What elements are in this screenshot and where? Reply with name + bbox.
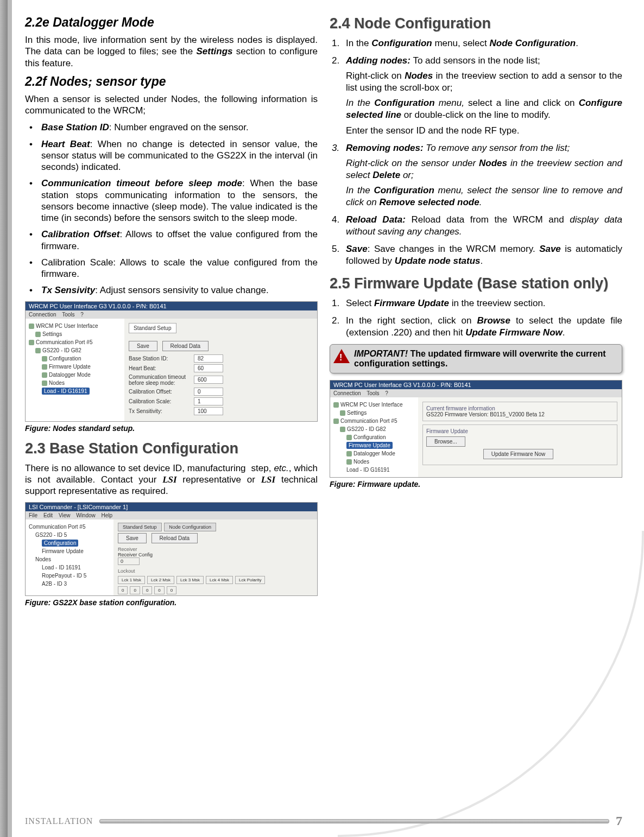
fig2-tree-gs[interactable]: GS220 - ID 5 (35, 531, 110, 539)
fig2-tree-port[interactable]: Communication Port #5 (29, 523, 110, 531)
fig3-tree-settings[interactable]: Settings (340, 409, 415, 417)
fig2-reload-button[interactable]: Reload Data (151, 533, 198, 543)
fig2-tree-a[interactable]: Load - ID 16191 (42, 563, 110, 572)
para-23: There is no allowance to set device ID, … (25, 462, 318, 497)
update-firmware-now-button[interactable]: Update Firmware Now (483, 449, 553, 459)
f1-value[interactable]: 82 (194, 354, 223, 363)
f1-label: Base Station ID: (129, 356, 194, 362)
heading-23: 2.3 Base Station Configuration (25, 440, 318, 457)
browse-button[interactable]: Browse... (426, 436, 465, 447)
fig3-tree-fw[interactable]: Firmware Update (346, 441, 415, 449)
fw-update-label: Firmware Update (426, 428, 614, 434)
fig3-tree-gs[interactable]: GS220 - ID G82 (340, 425, 415, 433)
tree-load-sel[interactable]: Load - ID G16191 (42, 387, 121, 395)
para-22e: In this mode, live information sent by t… (25, 34, 318, 69)
fig3-tree: WRCM PC User Interface Settings Communic… (330, 397, 418, 477)
fig3-tree-load[interactable]: Load - ID G16191 (346, 466, 415, 474)
reload-data-button[interactable]: Reload Data (162, 341, 209, 351)
fig1-menu-tools[interactable]: Tools (62, 312, 74, 318)
step-24-4: 4.Reload Data: Reload data from the WRCM… (330, 214, 622, 238)
f3-value[interactable]: 600 (194, 376, 223, 384)
lockout-label: Lockout (118, 568, 313, 574)
fig2-menu-edit[interactable]: Edit (43, 512, 53, 518)
fig3-panel: Current firmware information GS220 Firmw… (418, 397, 622, 477)
tree-gs[interactable]: GS220 - ID G82 (35, 346, 121, 354)
receiver-config-value[interactable]: 0 (118, 557, 140, 565)
tab-node-config[interactable]: Node Configuration (164, 523, 216, 531)
left-column: 2.2e Datalogger Mode In this mode, live … (25, 15, 318, 612)
heading-24: 2.4 Node Configuration (330, 15, 622, 32)
fig2-menu-view[interactable]: View (59, 512, 71, 518)
fig2-tree-c[interactable]: A2B - ID 3 (42, 580, 110, 588)
step-25-1: 1.Select Firmware Update in the treeview… (330, 297, 622, 309)
figure-gs22x-config: LSI Commander - [LSICommander 1] File Ed… (25, 502, 318, 596)
fig2-menu-file[interactable]: File (29, 512, 37, 518)
tree-fw[interactable]: Firmware Update (42, 363, 121, 371)
fig1-caption: Figure: Nodes standard setup. (25, 424, 318, 433)
lockout-headers: Lck 1 Msk Lck 2 Msk Lck 3 Msk Lck 4 Msk … (118, 576, 313, 584)
heading-22f: 2.2f Nodes; sensor type (25, 74, 318, 89)
current-fw-group: Current firmware information GS220 Firmw… (422, 402, 617, 421)
fig1-panel-header: Standard Setup (129, 323, 176, 333)
tree-cfg[interactable]: Configuration (42, 354, 121, 363)
fig1-menu-help[interactable]: ? (80, 312, 84, 318)
tree-port[interactable]: Communication Port #5 (29, 338, 121, 346)
bullet-base-station-id: Base Station ID: Number engraved on the … (25, 122, 318, 133)
fig3-menu-tools[interactable]: Tools (367, 390, 379, 396)
page-number: 7 (616, 814, 622, 828)
fig2-tree-nodes[interactable]: Nodes (35, 555, 110, 563)
step-24-3: 3.Removing nodes: To remove any sensor f… (330, 142, 622, 208)
tree-dl[interactable]: Datalogger Mode (42, 371, 121, 379)
f2-value[interactable]: 60 (194, 364, 223, 372)
f2-label: Heart Beat: (129, 365, 194, 371)
footer-rule (99, 819, 609, 823)
fig2-save-button[interactable]: Save (118, 533, 147, 543)
fig3-tree-cfg[interactable]: Configuration (346, 433, 415, 441)
fig2-menubar: File Edit View Window Help (26, 511, 317, 519)
fig2-tree-cfg[interactable]: Configuration (42, 539, 110, 547)
two-columns: 2.2e Datalogger Mode In this mode, live … (25, 15, 622, 612)
f4-value[interactable]: 0 (194, 388, 223, 396)
fig3-tree-dl[interactable]: Datalogger Mode (346, 449, 415, 458)
fig2-tree: Communication Port #5 GS220 - ID 5 Confi… (26, 519, 113, 595)
fig1-body: WRCM PC User Interface Settings Communic… (26, 319, 317, 421)
receiver-label: Receiver (118, 547, 313, 552)
page-footer: INSTALLATION 7 (25, 814, 622, 828)
para-22f-intro: When a sensor is selected under Nodes, t… (25, 93, 318, 117)
fig1-menu-connection[interactable]: Connection (29, 312, 56, 318)
bullet-cal-offset: Calibration Offset: Allows to offset the… (25, 229, 318, 252)
bullet-comm-timeout: Communication timeout before sleep mode:… (25, 177, 318, 224)
step-24-5: 5.Save: Save changes in the WRCM memory.… (330, 243, 622, 267)
fw-update-group: Firmware Update Browse... Update Firmwar… (422, 424, 617, 465)
footer-section-label: INSTALLATION (25, 816, 93, 826)
tree-nodes[interactable]: Nodes (42, 379, 121, 387)
f6-value[interactable]: 100 (194, 407, 223, 415)
list-24: 1.In the Configuration menu, select Node… (330, 37, 622, 268)
fig2-titlebar: LSI Commander - [LSICommander 1] (26, 503, 317, 511)
f5-value[interactable]: 1 (194, 397, 223, 405)
tree-settings[interactable]: Settings (35, 330, 121, 338)
tab-standard-setup[interactable]: Standard Setup (118, 523, 162, 531)
warning-icon (333, 349, 350, 363)
f6-label: Tx Sensitivity: (129, 408, 194, 414)
fig2-tree-fw[interactable]: Firmware Update (42, 547, 110, 555)
fig1-panel: Standard Setup Save Reload Data Base Sta… (124, 319, 317, 421)
fig2-tree-b[interactable]: RopePayout - ID 5 (42, 572, 110, 580)
bullet-heart-beat: Heart Beat: When no change is detected i… (25, 138, 318, 173)
fig3-menubar: Connection Tools ? (330, 389, 622, 397)
receiver-config-label: Receiver Config (118, 552, 313, 557)
fig2-menu-help[interactable]: Help (102, 512, 113, 518)
fig3-menu-connection[interactable]: Connection (333, 390, 361, 396)
fig3-menu-help[interactable]: ? (385, 390, 388, 396)
save-button[interactable]: Save (129, 341, 157, 351)
fig2-menu-window[interactable]: Window (76, 512, 96, 518)
figure-firmware-update: WRCM PC User Interface G3 V1.0.0.0 - P/N… (330, 380, 622, 478)
tree-root[interactable]: WRCM PC User Interface (29, 322, 121, 330)
fig1-menubar: Connection Tools ? (26, 310, 317, 319)
f4-label: Calibration Offset: (129, 389, 194, 395)
fig3-tree-port[interactable]: Communication Port #5 (333, 417, 415, 425)
fig3-tree-nodes[interactable]: Nodes (346, 458, 415, 466)
heading-22e: 2.2e Datalogger Mode (25, 15, 318, 30)
important-alert: IMPORTANT! The updated firmware will ove… (330, 344, 622, 373)
fig3-tree-root[interactable]: WRCM PC User Interface (333, 401, 415, 409)
